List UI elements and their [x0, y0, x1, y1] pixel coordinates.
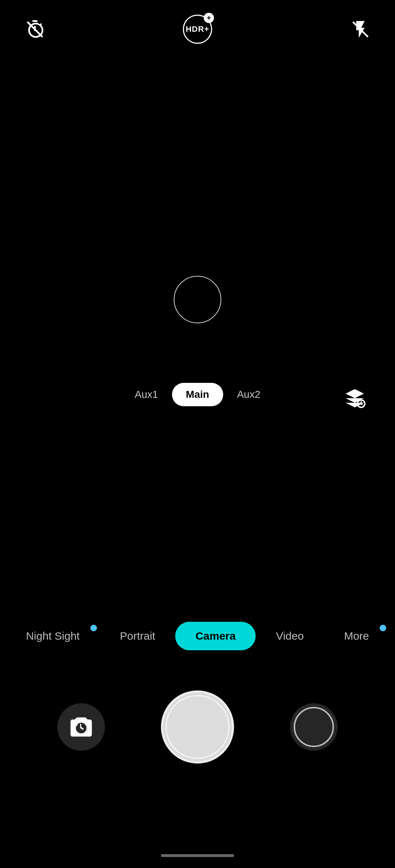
timer-off-icon[interactable] [22, 16, 48, 42]
shutter-inner [165, 695, 230, 759]
lens-aux2-button[interactable]: Aux2 [223, 383, 274, 406]
night-sight-dot [90, 625, 97, 631]
shutter-button[interactable] [161, 690, 234, 764]
tab-night-sight[interactable]: Night Sight [6, 622, 100, 650]
tab-video[interactable]: Video [256, 622, 324, 650]
ar-scene-button[interactable] [336, 380, 373, 416]
home-indicator [161, 854, 234, 857]
hdr-plus-icon: + [204, 13, 214, 23]
mode-tabs: Night Sight Portrait Camera Video More [0, 622, 395, 650]
lens-main-button[interactable]: Main [172, 383, 223, 406]
lens-aux1-button[interactable]: Aux1 [121, 383, 172, 406]
lens-selector: Aux1 Main Aux2 [118, 380, 277, 409]
top-bar: HDR+ + [0, 0, 395, 58]
bottom-controls [0, 690, 395, 764]
flash-off-icon[interactable] [347, 16, 373, 42]
tab-more[interactable]: More [324, 622, 389, 650]
hdr-badge[interactable]: HDR+ + [183, 15, 212, 44]
focus-ring [174, 276, 221, 323]
more-dot [380, 625, 386, 631]
tab-camera[interactable]: Camera [175, 622, 256, 650]
hdr-label: HDR+ [186, 24, 210, 34]
tab-portrait[interactable]: Portrait [100, 622, 176, 650]
flip-camera-button[interactable] [57, 703, 105, 751]
gallery-button[interactable] [290, 703, 338, 751]
gallery-thumbnail [294, 707, 334, 747]
